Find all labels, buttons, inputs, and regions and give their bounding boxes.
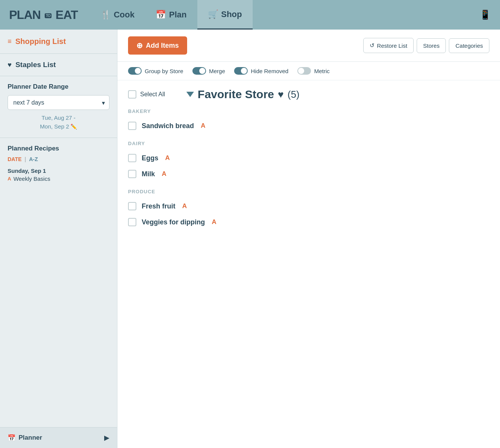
item-checkbox[interactable] xyxy=(128,122,136,130)
logo-badge: to xyxy=(45,13,52,18)
store-favorite-icon: ♥ xyxy=(278,89,284,100)
item-badge: A xyxy=(165,154,170,162)
toolbar-right: ↺ Restore List Stores Categories xyxy=(363,38,489,53)
sort-az-button[interactable]: A-Z xyxy=(29,156,38,162)
main-toolbar: ⊕ Add Items ↺ Restore List Stores Catego… xyxy=(117,30,500,62)
staples-list-label: Staples List xyxy=(16,61,56,69)
date-range-wrapper: next 7 days next 14 days next 30 days cu… xyxy=(8,95,109,110)
heart-icon: ♥ xyxy=(8,61,12,69)
main-content: ⊕ Add Items ↺ Restore List Stores Catego… xyxy=(117,30,500,448)
restore-list-label: Restore List xyxy=(377,42,407,49)
item-badge: A xyxy=(162,170,166,178)
calendar-icon: 📅 xyxy=(8,434,16,442)
categories-button[interactable]: Categories xyxy=(449,38,489,53)
item-name: Fresh fruit xyxy=(142,202,175,210)
list-item: EggsA xyxy=(128,150,489,166)
plan-icon: 📅 xyxy=(156,10,166,20)
shopping-content: Select All Favorite Store ♥ (5) BAKERYSa… xyxy=(117,80,500,448)
nav-cook-label: Cook xyxy=(114,10,134,20)
date-sep: - xyxy=(73,114,75,121)
list-item: Fresh fruitA xyxy=(128,198,489,214)
expand-arrow-icon: ▶ xyxy=(104,434,109,442)
recipe-badge: A xyxy=(8,176,11,182)
planner-footer-left: 📅 Planner xyxy=(8,434,42,442)
date-range-display: Tue, Aug 27 - Mon, Sep 2 ✏️ xyxy=(8,114,109,131)
header-right: 📱 xyxy=(480,9,491,20)
list-item: Sandwich breadA xyxy=(128,118,489,134)
collapse-store-icon[interactable] xyxy=(186,92,194,97)
store-title-area: Favorite Store ♥ (5) xyxy=(186,88,300,101)
store-header-row: Select All Favorite Store ♥ (5) xyxy=(128,88,489,101)
cook-icon: 🍴 xyxy=(100,10,111,20)
toggle-group-by-store[interactable]: Group by Store xyxy=(128,67,183,75)
sort-separator: | xyxy=(25,156,26,162)
item-checkbox[interactable] xyxy=(128,202,136,210)
edit-date-icon[interactable]: ✏️ xyxy=(70,124,77,130)
nav-plan-label: Plan xyxy=(169,10,186,20)
shopping-list-link[interactable]: ≡ Shopping List xyxy=(8,37,109,46)
toggle-group-by-store-label: Group by Store xyxy=(145,68,183,74)
sidebar-shopping-list[interactable]: ≡ Shopping List xyxy=(0,30,117,54)
list-item: MilkA xyxy=(128,166,489,182)
toggle-hide-removed[interactable]: Hide Removed xyxy=(234,67,288,75)
item-name: Veggies for dipping xyxy=(142,218,205,226)
toggle-group-by-store-switch[interactable] xyxy=(128,67,142,75)
item-badge: A xyxy=(212,218,216,226)
sidebar: ≡ Shopping List ♥ Staples List Planner D… xyxy=(0,30,117,448)
select-all-checkbox[interactable] xyxy=(128,90,136,99)
shopping-list-label: Shopping List xyxy=(16,37,66,46)
item-badge: A xyxy=(201,122,205,130)
planner-date-range-section: Planner Date Range next 7 days next 14 d… xyxy=(0,76,117,138)
list-item: Veggies for dippingA xyxy=(128,214,489,230)
toggle-metric[interactable]: Metric xyxy=(297,67,330,75)
toggle-hide-removed-switch[interactable] xyxy=(234,67,248,75)
planned-recipes-title: Planned Recipes xyxy=(8,145,109,152)
item-checkbox[interactable] xyxy=(128,170,136,178)
item-checkbox[interactable] xyxy=(128,154,136,162)
plus-icon: ⊕ xyxy=(136,41,143,50)
nav-cook[interactable]: 🍴 Cook xyxy=(90,0,145,30)
nav-shop[interactable]: 🛒 Shop xyxy=(197,0,253,30)
item-checkbox[interactable] xyxy=(128,218,136,226)
recipe-name: Weekly Basics xyxy=(13,175,50,182)
toggles-row: Group by Store Merge Hide Removed Metric xyxy=(117,62,500,80)
mobile-icon: 📱 xyxy=(480,9,491,20)
layout: ≡ Shopping List ♥ Staples List Planner D… xyxy=(0,30,500,448)
header: PLAN to EAT 🍴 Cook 📅 Plan 🛒 Shop 📱 xyxy=(0,0,500,30)
item-name: Sandwich bread xyxy=(142,122,194,130)
store-item-count: (5) xyxy=(288,89,300,100)
nav-shop-label: Shop xyxy=(221,9,242,19)
recipe-date: Sunday, Sep 1 xyxy=(8,168,109,174)
stores-button[interactable]: Stores xyxy=(417,38,446,53)
store-name: Favorite Store xyxy=(198,88,274,101)
toggle-metric-switch[interactable] xyxy=(297,67,311,75)
restore-list-button[interactable]: ↺ Restore List xyxy=(363,38,414,53)
add-items-button[interactable]: ⊕ Add Items xyxy=(128,36,187,55)
toggle-merge-switch[interactable] xyxy=(192,67,206,75)
date-start: Tue, Aug 27 xyxy=(42,114,72,121)
nav-plan[interactable]: 📅 Plan xyxy=(145,0,197,30)
staples-list-item[interactable]: ♥ Staples List xyxy=(0,54,117,76)
item-name: Milk xyxy=(142,170,155,178)
sort-row: DATE | A-Z xyxy=(8,156,109,162)
sort-date-button[interactable]: DATE xyxy=(8,156,22,162)
planner-footer-label: Planner xyxy=(19,434,42,442)
toggle-merge[interactable]: Merge xyxy=(192,67,225,75)
add-items-label: Add Items xyxy=(146,42,179,50)
logo-text: PLAN to EAT xyxy=(9,8,78,22)
categories-label: Categories xyxy=(455,42,483,49)
toggle-hide-removed-label: Hide Removed xyxy=(251,68,288,74)
category-label: PRODUCE xyxy=(128,189,489,194)
categories-container: BAKERYSandwich breadADAIRYEggsAMilkAPROD… xyxy=(128,108,489,230)
date-range-select[interactable]: next 7 days next 14 days next 30 days cu… xyxy=(8,95,109,110)
item-name: Eggs xyxy=(142,154,158,162)
item-badge: A xyxy=(182,202,187,210)
shop-icon: 🛒 xyxy=(208,9,218,19)
recipe-item: A Weekly Basics xyxy=(8,175,109,182)
toggle-metric-label: Metric xyxy=(314,68,330,74)
select-all-label[interactable]: Select All xyxy=(140,91,165,98)
stores-label: Stores xyxy=(423,42,439,49)
restore-icon: ↺ xyxy=(370,42,375,49)
sidebar-footer[interactable]: 📅 Planner ▶ xyxy=(0,428,117,448)
planned-recipes-section: Planned Recipes DATE | A-Z Sunday, Sep 1… xyxy=(0,138,117,428)
